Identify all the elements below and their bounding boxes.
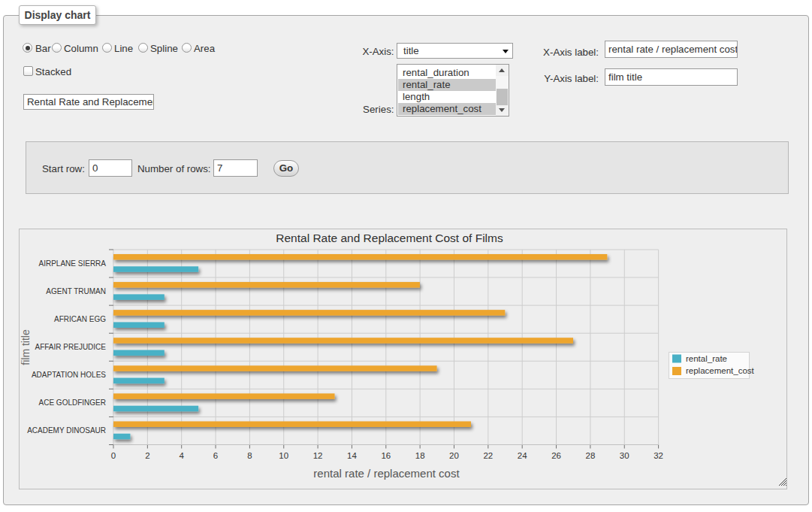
svg-text:rental_rate: rental_rate <box>686 354 727 363</box>
svg-text:Rental Rate and Replacement Co: Rental Rate and Replacement Cost of Film… <box>276 232 503 244</box>
svg-text:4: 4 <box>179 451 184 460</box>
svg-text:30: 30 <box>620 451 629 460</box>
svg-text:12: 12 <box>313 451 323 460</box>
svg-text:8: 8 <box>247 451 252 460</box>
svg-text:6: 6 <box>213 451 218 460</box>
svg-text:32: 32 <box>654 451 663 460</box>
svg-text:AFFAIR PREJUDICE: AFFAIR PREJUDICE <box>35 343 107 351</box>
svg-text:ADAPTATION HOLES: ADAPTATION HOLES <box>32 371 106 379</box>
svg-text:26: 26 <box>551 451 561 460</box>
svg-text:ACADEMY DINOSAUR: ACADEMY DINOSAUR <box>27 426 106 435</box>
svg-text:14: 14 <box>347 451 357 460</box>
svg-text:2: 2 <box>145 451 149 460</box>
svg-text:16: 16 <box>381 451 391 460</box>
svg-text:0: 0 <box>111 451 116 460</box>
svg-text:22: 22 <box>483 451 493 460</box>
svg-text:10: 10 <box>279 451 288 460</box>
svg-text:film title: film title <box>20 329 32 365</box>
svg-text:AGENT TRUMAN: AGENT TRUMAN <box>46 287 106 295</box>
svg-text:18: 18 <box>415 451 425 460</box>
svg-text:20: 20 <box>449 451 459 460</box>
svg-text:AIRPLANE SIERRA: AIRPLANE SIERRA <box>39 259 107 268</box>
svg-text:rental rate / replacement cost: rental rate / replacement cost <box>313 467 460 480</box>
svg-text:replacement_cost: replacement_cost <box>686 366 755 375</box>
svg-text:24: 24 <box>518 451 527 460</box>
svg-text:ACE GOLDFINGER: ACE GOLDFINGER <box>39 398 106 407</box>
svg-text:28: 28 <box>586 451 596 460</box>
svg-text:AFRICAN EGG: AFRICAN EGG <box>54 315 106 323</box>
